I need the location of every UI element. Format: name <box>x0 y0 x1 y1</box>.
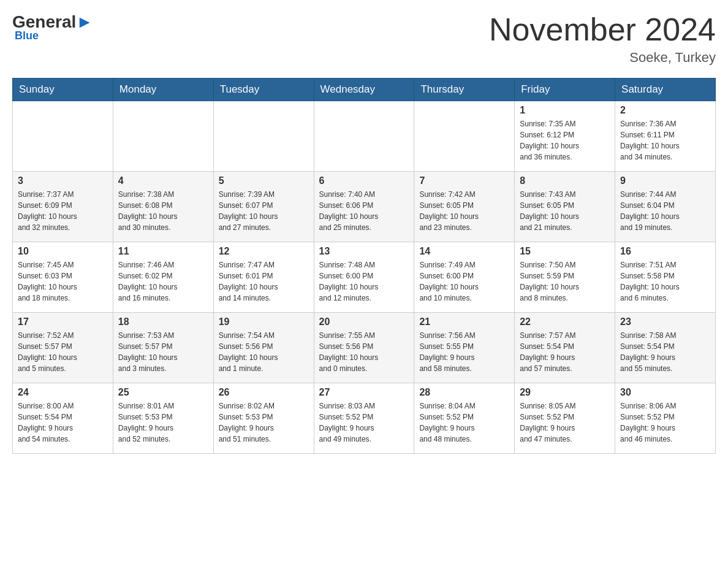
calendar-cell: 23Sunrise: 7:58 AM Sunset: 5:54 PM Dayli… <box>615 313 716 383</box>
day-info: Sunrise: 8:00 AM Sunset: 5:54 PM Dayligh… <box>18 400 108 445</box>
day-number: 8 <box>520 175 610 186</box>
calendar-week-1: 1Sunrise: 7:35 AM Sunset: 6:12 PM Daylig… <box>13 101 716 172</box>
month-title: November 2024 <box>489 12 716 47</box>
day-info: Sunrise: 7:44 AM Sunset: 6:04 PM Dayligh… <box>620 189 710 233</box>
weekday-header-tuesday: Tuesday <box>213 79 314 101</box>
page-header: General ► Blue November 2024 Soeke, Turk… <box>12 12 716 66</box>
title-section: November 2024 Soeke, Turkey <box>489 12 716 66</box>
day-info: Sunrise: 7:39 AM Sunset: 6:07 PM Dayligh… <box>219 189 309 233</box>
calendar-cell: 11Sunrise: 7:46 AM Sunset: 6:02 PM Dayli… <box>113 242 213 313</box>
calendar-cell: 29Sunrise: 8:05 AM Sunset: 5:52 PM Dayli… <box>515 383 615 454</box>
day-number: 27 <box>319 387 409 398</box>
day-info: Sunrise: 7:43 AM Sunset: 6:05 PM Dayligh… <box>520 189 610 233</box>
day-info: Sunrise: 7:51 AM Sunset: 5:58 PM Dayligh… <box>620 259 710 304</box>
calendar-cell: 24Sunrise: 8:00 AM Sunset: 5:54 PM Dayli… <box>13 383 113 454</box>
day-number: 26 <box>219 387 309 398</box>
day-number: 12 <box>219 246 309 257</box>
calendar-cell: 21Sunrise: 7:56 AM Sunset: 5:55 PM Dayli… <box>414 313 515 383</box>
day-number: 17 <box>18 316 108 327</box>
day-number: 20 <box>319 316 409 327</box>
day-number: 13 <box>319 246 409 257</box>
day-number: 30 <box>620 387 710 398</box>
calendar-cell: 9Sunrise: 7:44 AM Sunset: 6:04 PM Daylig… <box>615 172 716 242</box>
weekday-header-sunday: Sunday <box>13 79 113 101</box>
calendar-cell: 16Sunrise: 7:51 AM Sunset: 5:58 PM Dayli… <box>615 242 716 313</box>
calendar-cell: 17Sunrise: 7:52 AM Sunset: 5:57 PM Dayli… <box>13 313 113 383</box>
day-info: Sunrise: 7:37 AM Sunset: 6:09 PM Dayligh… <box>18 189 108 233</box>
day-info: Sunrise: 7:36 AM Sunset: 6:11 PM Dayligh… <box>620 118 710 163</box>
calendar-cell: 7Sunrise: 7:42 AM Sunset: 6:05 PM Daylig… <box>414 172 515 242</box>
day-number: 9 <box>620 175 710 186</box>
day-number: 16 <box>620 246 710 257</box>
day-info: Sunrise: 8:05 AM Sunset: 5:52 PM Dayligh… <box>520 400 610 445</box>
day-number: 28 <box>419 387 509 398</box>
weekday-header-monday: Monday <box>113 79 213 101</box>
day-number: 1 <box>520 105 610 116</box>
calendar-cell: 22Sunrise: 7:57 AM Sunset: 5:54 PM Dayli… <box>515 313 615 383</box>
day-info: Sunrise: 7:35 AM Sunset: 6:12 PM Dayligh… <box>520 118 610 163</box>
calendar-cell <box>13 101 113 172</box>
calendar-cell: 14Sunrise: 7:49 AM Sunset: 6:00 PM Dayli… <box>414 242 515 313</box>
calendar-week-3: 10Sunrise: 7:45 AM Sunset: 6:03 PM Dayli… <box>13 242 716 313</box>
calendar-cell: 18Sunrise: 7:53 AM Sunset: 5:57 PM Dayli… <box>113 313 213 383</box>
day-info: Sunrise: 7:57 AM Sunset: 5:54 PM Dayligh… <box>520 330 610 374</box>
calendar-cell: 19Sunrise: 7:54 AM Sunset: 5:56 PM Dayli… <box>213 313 314 383</box>
calendar-cell: 4Sunrise: 7:38 AM Sunset: 6:08 PM Daylig… <box>113 172 213 242</box>
day-info: Sunrise: 8:06 AM Sunset: 5:52 PM Dayligh… <box>620 400 710 445</box>
day-info: Sunrise: 8:03 AM Sunset: 5:52 PM Dayligh… <box>319 400 409 445</box>
day-number: 29 <box>520 387 610 398</box>
day-number: 7 <box>419 175 509 186</box>
day-info: Sunrise: 7:47 AM Sunset: 6:01 PM Dayligh… <box>219 259 309 304</box>
weekday-header-wednesday: Wednesday <box>314 79 414 101</box>
day-number: 23 <box>620 316 710 327</box>
day-info: Sunrise: 8:01 AM Sunset: 5:53 PM Dayligh… <box>118 400 208 445</box>
day-number: 10 <box>18 246 108 257</box>
day-info: Sunrise: 7:56 AM Sunset: 5:55 PM Dayligh… <box>419 330 509 374</box>
day-info: Sunrise: 7:53 AM Sunset: 5:57 PM Dayligh… <box>118 330 208 374</box>
calendar-cell: 3Sunrise: 7:37 AM Sunset: 6:09 PM Daylig… <box>13 172 113 242</box>
day-number: 2 <box>620 105 710 116</box>
calendar-cell: 12Sunrise: 7:47 AM Sunset: 6:01 PM Dayli… <box>213 242 314 313</box>
calendar-cell: 25Sunrise: 8:01 AM Sunset: 5:53 PM Dayli… <box>113 383 213 454</box>
calendar-cell <box>314 101 414 172</box>
calendar-cell: 28Sunrise: 8:04 AM Sunset: 5:52 PM Dayli… <box>414 383 515 454</box>
day-info: Sunrise: 8:04 AM Sunset: 5:52 PM Dayligh… <box>419 400 509 445</box>
weekday-header-row: SundayMondayTuesdayWednesdayThursdayFrid… <box>13 79 716 101</box>
day-number: 3 <box>18 175 108 186</box>
day-info: Sunrise: 7:48 AM Sunset: 6:00 PM Dayligh… <box>319 259 409 304</box>
calendar-cell: 2Sunrise: 7:36 AM Sunset: 6:11 PM Daylig… <box>615 101 716 172</box>
day-info: Sunrise: 7:54 AM Sunset: 5:56 PM Dayligh… <box>219 330 309 374</box>
day-number: 4 <box>118 175 208 186</box>
day-info: Sunrise: 7:49 AM Sunset: 6:00 PM Dayligh… <box>419 259 509 304</box>
day-info: Sunrise: 7:50 AM Sunset: 5:59 PM Dayligh… <box>520 259 610 304</box>
weekday-header-saturday: Saturday <box>615 79 716 101</box>
day-info: Sunrise: 7:58 AM Sunset: 5:54 PM Dayligh… <box>620 330 710 374</box>
calendar-week-5: 24Sunrise: 8:00 AM Sunset: 5:54 PM Dayli… <box>13 383 716 454</box>
calendar-table: SundayMondayTuesdayWednesdayThursdayFrid… <box>12 78 716 454</box>
day-number: 18 <box>118 316 208 327</box>
day-number: 25 <box>118 387 208 398</box>
day-number: 19 <box>219 316 309 327</box>
calendar-cell: 13Sunrise: 7:48 AM Sunset: 6:00 PM Dayli… <box>314 242 414 313</box>
calendar-cell: 27Sunrise: 8:03 AM Sunset: 5:52 PM Dayli… <box>314 383 414 454</box>
calendar-cell <box>113 101 213 172</box>
day-number: 24 <box>18 387 108 398</box>
calendar-cell: 20Sunrise: 7:55 AM Sunset: 5:56 PM Dayli… <box>314 313 414 383</box>
logo-subtitle: Blue <box>15 29 93 42</box>
day-number: 5 <box>219 175 309 186</box>
weekday-header-thursday: Thursday <box>414 79 515 101</box>
day-info: Sunrise: 7:46 AM Sunset: 6:02 PM Dayligh… <box>118 259 208 304</box>
calendar-cell: 8Sunrise: 7:43 AM Sunset: 6:05 PM Daylig… <box>515 172 615 242</box>
day-number: 15 <box>520 246 610 257</box>
calendar-cell: 30Sunrise: 8:06 AM Sunset: 5:52 PM Dayli… <box>615 383 716 454</box>
calendar-cell: 10Sunrise: 7:45 AM Sunset: 6:03 PM Dayli… <box>13 242 113 313</box>
day-info: Sunrise: 7:52 AM Sunset: 5:57 PM Dayligh… <box>18 330 108 374</box>
day-info: Sunrise: 7:42 AM Sunset: 6:05 PM Dayligh… <box>419 189 509 233</box>
calendar-cell: 15Sunrise: 7:50 AM Sunset: 5:59 PM Dayli… <box>515 242 615 313</box>
day-number: 14 <box>419 246 509 257</box>
weekday-header-friday: Friday <box>515 79 615 101</box>
day-info: Sunrise: 8:02 AM Sunset: 5:53 PM Dayligh… <box>219 400 309 445</box>
location: Soeke, Turkey <box>489 50 716 66</box>
day-number: 21 <box>419 316 509 327</box>
calendar-cell <box>414 101 515 172</box>
